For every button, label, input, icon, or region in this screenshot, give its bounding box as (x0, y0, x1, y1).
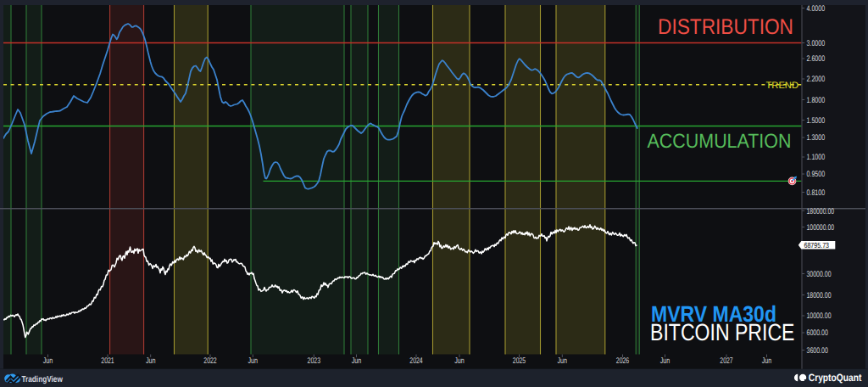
svg-text:Jun: Jun (660, 356, 670, 366)
svg-text:Jun: Jun (762, 356, 772, 366)
svg-text:Jun: Jun (43, 356, 53, 366)
svg-text:2026: 2026 (616, 356, 630, 366)
svg-text:68795.73: 68795.73 (804, 241, 830, 250)
svg-text:2025: 2025 (513, 356, 526, 366)
svg-text:TradingView: TradingView (22, 375, 63, 384)
svg-text:0.9500: 0.9500 (807, 170, 826, 179)
svg-text:2.6000: 2.6000 (807, 54, 826, 64)
svg-text:4.0000: 4.0000 (807, 4, 826, 14)
svg-text:Jun: Jun (558, 356, 568, 366)
svg-text:2022: 2022 (203, 356, 216, 366)
svg-text:Jun: Jun (454, 356, 465, 366)
svg-text:DISTRIBUTION: DISTRIBUTION (658, 15, 793, 39)
svg-text:ACCUMULATION: ACCUMULATION (648, 131, 792, 153)
svg-text:BITCOIN PRICE: BITCOIN PRICE (650, 319, 795, 345)
svg-text:2021: 2021 (101, 356, 114, 366)
svg-text:2027: 2027 (720, 356, 732, 366)
svg-text:30000.00: 30000.00 (807, 270, 832, 279)
svg-text:2.2000: 2.2000 (807, 75, 826, 84)
svg-text:TREND: TREND (766, 81, 799, 91)
svg-text:1.8000: 1.8000 (807, 96, 826, 105)
svg-text:100000.00: 100000.00 (807, 223, 835, 233)
svg-text:2024: 2024 (409, 356, 423, 366)
svg-text:CryptoQuant: CryptoQuant (809, 372, 862, 384)
svg-text:1.1000: 1.1000 (807, 153, 826, 162)
svg-text:3.0000: 3.0000 (807, 39, 826, 48)
svg-text:Jun: Jun (146, 356, 156, 366)
svg-text:2023: 2023 (308, 356, 321, 366)
svg-text:1.5000: 1.5000 (807, 116, 826, 126)
svg-text:3600.00: 3600.00 (807, 346, 828, 356)
svg-text:1.3000: 1.3000 (807, 133, 826, 143)
svg-text:180000.00: 180000.00 (807, 207, 835, 216)
svg-text:6000.00: 6000.00 (807, 328, 828, 338)
svg-text:18000.00: 18000.00 (807, 291, 832, 300)
svg-text:10000.00: 10000.00 (807, 311, 832, 321)
svg-text:Jun: Jun (248, 356, 259, 366)
svg-text:0.8100: 0.8100 (807, 188, 826, 198)
svg-text:Jun: Jun (352, 356, 362, 366)
